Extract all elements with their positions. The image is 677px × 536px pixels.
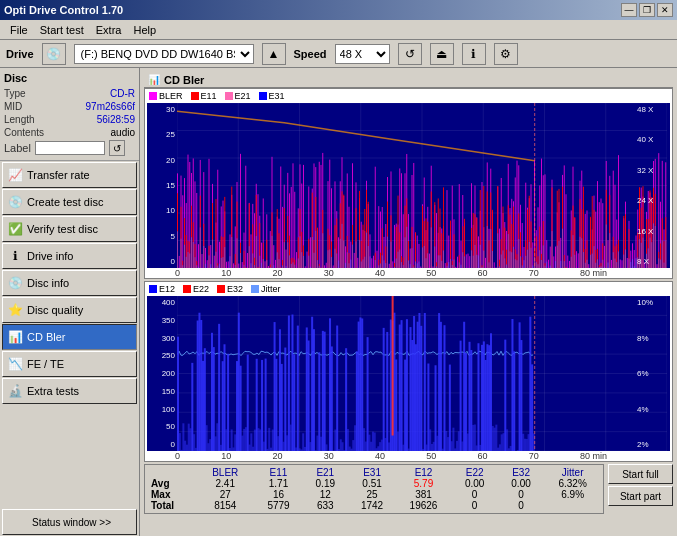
disc-contents-value: audio [111,127,135,138]
bottom-chart-legend: E12 E22 E32 Jitter [145,282,672,296]
e22-color [183,285,191,293]
legend-jitter: Jitter [251,284,281,294]
start-part-btn[interactable]: Start part [608,486,673,506]
menu-bar: File Start test Extra Help [0,20,677,40]
disc-contents-label: Contents [4,127,44,138]
extra-tests-icon: 🔬 [7,383,23,399]
content-area: 📊 CD Bler BLER E11 E21 [140,68,677,536]
e32-color [217,285,225,293]
disc-mid-value: 97m26s66f [86,101,135,112]
stats-header-row: BLER E11 E21 E31 E12 E22 E32 Jitter [147,467,601,478]
disc-mid-label: MID [4,101,22,112]
create-test-disc-icon: 💿 [7,194,23,210]
start-full-btn[interactable]: Start full [608,464,673,484]
disc-type-row: Type CD-R [4,88,135,99]
drive-info-icon: ℹ [7,248,23,264]
sidebar: Disc Type CD-R MID 97m26s66f Length 56i2… [0,68,140,536]
drive-icon: 💿 [42,43,66,65]
bottom-y-axis-left: 400 350 300 250 200 150 100 50 0 [147,296,177,451]
menu-file[interactable]: File [4,22,34,38]
jitter-color [251,285,259,293]
stats-row: BLER E11 E21 E31 E12 E22 E32 Jitter Avg [144,464,673,514]
legend-e22: E22 [183,284,209,294]
chart-title-bar: 📊 CD Bler [144,72,673,88]
sidebar-btn-verify-test-disc[interactable]: ✅Verify test disc [2,216,137,242]
legend-e12: E12 [149,284,175,294]
legend-bler: BLER [149,91,183,101]
top-y-axis-right: 48 X 40 X 32 X 24 X 16 X 8 X [635,103,670,268]
title-bar: Opti Drive Control 1.70 — ❐ ✕ [0,0,677,20]
drive-label: Drive [6,48,34,60]
sidebar-btn-disc-quality[interactable]: ⭐Disc quality [2,297,137,323]
restore-button[interactable]: ❐ [639,3,655,17]
sidebar-btn-disc-info[interactable]: 💿Disc info [2,270,137,296]
eject-btn[interactable]: ⏏ [430,43,454,65]
menu-start-test[interactable]: Start test [34,22,90,38]
e31-color [259,92,267,100]
sidebar-btn-cd-bler[interactable]: 📊CD Bler [2,324,137,350]
sidebar-buttons: 📈Transfer rate💿Create test disc✅Verify t… [0,161,139,405]
verify-test-disc-icon: ✅ [7,221,23,237]
bottom-x-axis: 0 10 20 30 40 50 60 70 80 min [145,451,672,461]
disc-section: Disc Type CD-R MID 97m26s66f Length 56i2… [0,68,139,161]
menu-extra[interactable]: Extra [90,22,128,38]
top-chart-legend: BLER E11 E21 E31 [145,89,672,103]
stats-table-container: BLER E11 E21 E31 E12 E22 E32 Jitter Avg [144,464,604,514]
bottom-y-axis-right: 10% 8% 6% 4% 2% [635,296,670,451]
drive-props-btn[interactable]: ▲ [262,43,286,65]
bottom-chart-area: 400 350 300 250 200 150 100 50 0 10% 8% … [147,296,670,451]
sidebar-btn-drive-info[interactable]: ℹDrive info [2,243,137,269]
stats-avg-row: Avg 2.41 1.71 0.19 0.51 5.79 0.00 0.00 6… [147,478,601,489]
minimize-button[interactable]: — [621,3,637,17]
label-refresh-btn[interactable]: ↺ [109,140,125,156]
legend-e11: E11 [191,91,217,101]
window-controls: — ❐ ✕ [621,3,673,17]
disc-mid-row: MID 97m26s66f [4,101,135,112]
e21-color [225,92,233,100]
refresh-btn[interactable]: ↺ [398,43,422,65]
legend-e32: E32 [217,284,243,294]
main-layout: Disc Type CD-R MID 97m26s66f Length 56i2… [0,68,677,536]
sidebar-btn-label: CD Bler [27,331,66,343]
action-buttons: Start full Start part [608,464,673,506]
disc-length-value: 56i28:59 [97,114,135,125]
sidebar-btn-label: FE / TE [27,358,64,370]
stats-max-row: Max 27 16 12 25 381 0 0 6.9% [147,489,601,500]
drive-bar: Drive 💿 (F:) BENQ DVD DD DW1640 BSRB ▲ S… [0,40,677,68]
sidebar-btn-transfer-rate[interactable]: 📈Transfer rate [2,162,137,188]
sidebar-btn-label: Create test disc [27,196,103,208]
disc-length-label: Length [4,114,35,125]
speed-selector[interactable]: 48 X [335,44,390,64]
sidebar-btn-fe-te[interactable]: 📉FE / TE [2,351,137,377]
disc-label-row: Label ↺ [4,140,135,156]
sidebar-btn-label: Drive info [27,250,73,262]
transfer-rate-icon: 📈 [7,167,23,183]
disc-title: Disc [4,72,135,84]
cd-bler-icon: 📊 [7,329,23,345]
e12-color [149,285,157,293]
chart-main-title: CD Bler [164,74,204,86]
menu-help[interactable]: Help [127,22,162,38]
status-window-btn[interactable]: Status window >> [2,509,137,535]
bottom-chart-container: E12 E22 E32 Jitter 400 [144,281,673,462]
sidebar-btn-extra-tests[interactable]: 🔬Extra tests [2,378,137,404]
close-button[interactable]: ✕ [657,3,673,17]
bottom-chart-canvas [177,296,667,451]
e11-color [191,92,199,100]
sidebar-btn-label: Extra tests [27,385,79,397]
disc-quality-icon: ⭐ [7,302,23,318]
top-y-axis-left: 30 25 20 15 10 5 0 [147,103,177,268]
top-chart-area: 30 25 20 15 10 5 0 48 X 40 X 32 X 24 X 1… [147,103,670,268]
app-title: Opti Drive Control 1.70 [4,4,123,16]
settings-btn[interactable]: ⚙ [494,43,518,65]
stats-table: BLER E11 E21 E31 E12 E22 E32 Jitter Avg [147,467,601,511]
top-x-axis: 0 10 20 30 40 50 60 70 80 min [145,268,672,278]
info-btn[interactable]: ℹ [462,43,486,65]
sidebar-btn-create-test-disc[interactable]: 💿Create test disc [2,189,137,215]
sidebar-btn-label: Transfer rate [27,169,90,181]
disc-type-label: Type [4,88,26,99]
top-chart-container: BLER E11 E21 E31 30 [144,88,673,279]
drive-selector[interactable]: (F:) BENQ DVD DD DW1640 BSRB [74,44,254,64]
sidebar-btn-label: Disc quality [27,304,83,316]
disc-label-input[interactable] [35,141,105,155]
